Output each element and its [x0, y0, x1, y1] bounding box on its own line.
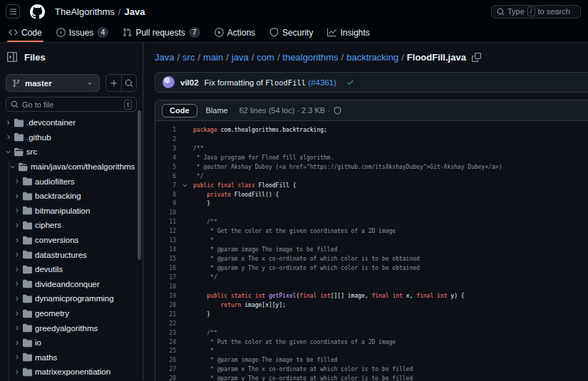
- repo-link[interactable]: Java: [124, 6, 145, 17]
- tab-insights[interactable]: Insights: [321, 23, 375, 42]
- chevron-right-icon: [14, 340, 20, 346]
- status-check-icon[interactable]: [346, 78, 354, 86]
- line-number[interactable]: 14: [155, 246, 176, 253]
- github-logo[interactable]: [30, 4, 45, 19]
- tree-item-geometry[interactable]: geometry: [0, 306, 143, 321]
- chevron-right-icon: [14, 354, 20, 360]
- tree-item-matrixexponentiation[interactable]: matrixexponentiation: [0, 365, 143, 380]
- line-number[interactable]: 27: [155, 366, 176, 372]
- branch-selector[interactable]: master: [6, 74, 100, 92]
- breadcrumb-link-backtracking[interactable]: backtracking: [346, 52, 398, 63]
- search-tree-button[interactable]: [121, 75, 136, 91]
- tree-item-main-java-com-thealgorithms[interactable]: main/java/com/thealgorithms: [0, 160, 143, 174]
- line-number[interactable]: 17: [155, 274, 176, 281]
- line-number[interactable]: 21: [155, 311, 176, 318]
- tree-item-label: conversions: [35, 236, 78, 244]
- tree-item-ciphers[interactable]: ciphers: [0, 218, 143, 233]
- line-number[interactable]: 1: [155, 127, 176, 133]
- line-number[interactable]: 19: [155, 293, 176, 299]
- breadcrumb-link-com[interactable]: com: [257, 52, 274, 63]
- tab-pull-requests[interactable]: Pull requests7: [117, 23, 205, 42]
- tab-security[interactable]: Security: [264, 23, 319, 42]
- line-number[interactable]: 8: [155, 192, 176, 198]
- tree-item-datastructures[interactable]: datastructures: [0, 247, 143, 262]
- line-number[interactable]: 4: [155, 155, 176, 161]
- line-number[interactable]: 16: [155, 265, 176, 271]
- org-link[interactable]: TheAlgorithms: [55, 6, 115, 17]
- tree-item--devcontainer[interactable]: .devcontainer: [0, 115, 143, 130]
- tab-code-view[interactable]: Code: [162, 104, 197, 118]
- tree-item-maths[interactable]: maths: [0, 350, 143, 365]
- shield-icon[interactable]: [334, 107, 341, 115]
- line-number[interactable]: 24: [155, 339, 176, 345]
- line-number[interactable]: 23: [155, 330, 176, 336]
- line-number[interactable]: 5: [155, 164, 176, 170]
- code-line-row: 9 }: [155, 199, 588, 209]
- pull-request-icon: [123, 28, 132, 37]
- line-number[interactable]: 7: [155, 182, 176, 189]
- line-number[interactable]: 15: [155, 256, 176, 262]
- line-number[interactable]: 25: [155, 348, 176, 354]
- code-line: * @param x The x co-ordinate at which co…: [193, 366, 413, 372]
- tree-item-audiofilters[interactable]: audiofilters: [0, 174, 143, 189]
- avatar[interactable]: [163, 76, 175, 88]
- breadcrumb-link-src[interactable]: src: [182, 52, 195, 63]
- code-line: * @param y The y co-ordinate at which co…: [193, 375, 413, 381]
- go-to-file-input[interactable]: Go to file t: [6, 97, 137, 112]
- tree-item-conversions[interactable]: conversions: [0, 233, 143, 248]
- folder-open-icon: [14, 147, 24, 157]
- breadcrumb-link-main[interactable]: main: [203, 52, 223, 63]
- line-number[interactable]: 22: [155, 320, 176, 327]
- tree-item-dynamicprogramming[interactable]: dynamicprogramming: [0, 291, 143, 306]
- folder-icon: [14, 132, 24, 142]
- sidebar-scrollbar[interactable]: [138, 110, 141, 260]
- breadcrumb-link-thealgorithms[interactable]: thealgorithms: [283, 52, 339, 63]
- tree-item-greedyalgorithms[interactable]: greedyalgorithms: [0, 320, 143, 335]
- line-number[interactable]: 28: [155, 375, 176, 381]
- tree-item--github[interactable]: .github: [0, 130, 143, 145]
- code-line-row: 22: [155, 319, 588, 328]
- tree-item-backtracking[interactable]: backtracking: [0, 189, 143, 204]
- tree-item-divideandconquer[interactable]: divideandconquer: [0, 277, 143, 292]
- tree-item-bitmanipulation[interactable]: bitmanipulation: [0, 204, 143, 219]
- tree-item-io[interactable]: io: [0, 335, 143, 350]
- fold-chevron-icon[interactable]: [176, 182, 193, 189]
- tab-blame-view[interactable]: Blame: [206, 106, 228, 115]
- line-number[interactable]: 13: [155, 237, 176, 244]
- line-number[interactable]: 6: [155, 173, 176, 179]
- code-line-row: 20 return image[x][y];: [155, 301, 588, 310]
- line-number[interactable]: 2: [155, 136, 176, 142]
- tab-code[interactable]: Code: [3, 23, 48, 42]
- line-number[interactable]: 3: [155, 145, 176, 152]
- file-meta: 62 lines (54 loc) · 2.3 KB ·: [239, 106, 341, 115]
- tab-label: Issues: [69, 28, 94, 38]
- commit-author[interactable]: vil02: [180, 78, 199, 87]
- add-file-button[interactable]: [106, 75, 121, 91]
- line-number[interactable]: 10: [155, 209, 176, 216]
- breadcrumb-link-java[interactable]: java: [232, 52, 249, 63]
- tree-item-devutils[interactable]: devutils: [0, 262, 143, 277]
- tab-actions[interactable]: Actions: [209, 23, 261, 42]
- code-line: /**: [193, 145, 203, 152]
- tree-item-src[interactable]: src: [0, 145, 143, 160]
- chevron-right-icon: [14, 310, 20, 317]
- commit-message[interactable]: Fix formatting of FloodFill (#4361): [205, 78, 336, 87]
- line-number[interactable]: 12: [155, 228, 176, 234]
- issue-opened-icon: [56, 28, 66, 37]
- copy-path-button[interactable]: [472, 53, 481, 62]
- file-tree-sidebar: Files master Go to file t: [0, 43, 143, 380]
- latest-commit-bar[interactable]: vil02 Fix formatting of FloodFill (#4361…: [155, 72, 588, 93]
- pr-link[interactable]: (#4361): [308, 78, 336, 87]
- line-number[interactable]: 11: [155, 219, 176, 225]
- collapse-sidebar-button[interactable]: [7, 52, 17, 62]
- line-number[interactable]: 20: [155, 302, 176, 308]
- tab-issues[interactable]: Issues4: [51, 23, 115, 42]
- hamburger-menu-button[interactable]: [6, 4, 20, 19]
- line-number[interactable]: 18: [155, 283, 176, 290]
- global-search-input[interactable]: Type / to search: [491, 5, 581, 19]
- folder-icon: [23, 177, 32, 186]
- breadcrumb-separator: /: [249, 52, 257, 63]
- breadcrumb-link-Java[interactable]: Java: [155, 52, 174, 63]
- line-number[interactable]: 9: [155, 200, 176, 207]
- line-number[interactable]: 26: [155, 357, 176, 363]
